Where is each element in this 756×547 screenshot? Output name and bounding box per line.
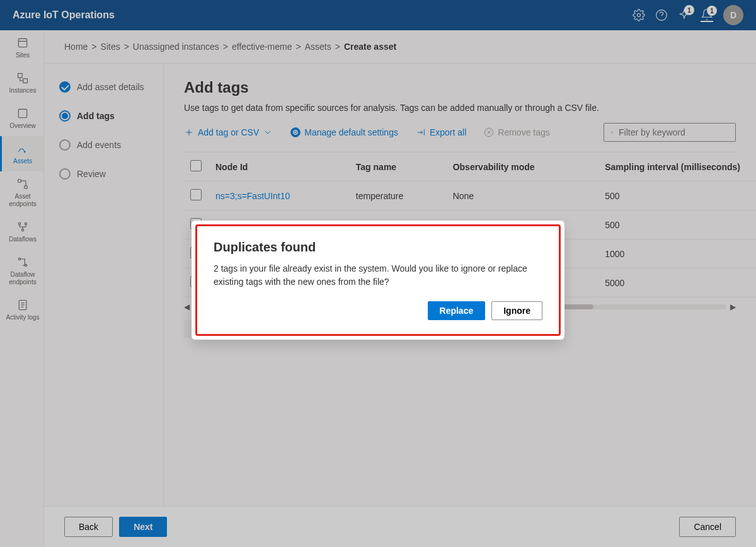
ignore-button[interactable]: Ignore [491,301,542,320]
modal-body: 2 tags in your file already exist in the… [214,262,542,289]
modal-overlay: Duplicates found 2 tags in your file alr… [0,0,756,547]
modal-title: Duplicates found [214,240,542,255]
duplicates-modal: Duplicates found 2 tags in your file alr… [195,224,561,336]
modal-actions: Replace Ignore [214,301,542,320]
replace-button[interactable]: Replace [428,301,486,320]
